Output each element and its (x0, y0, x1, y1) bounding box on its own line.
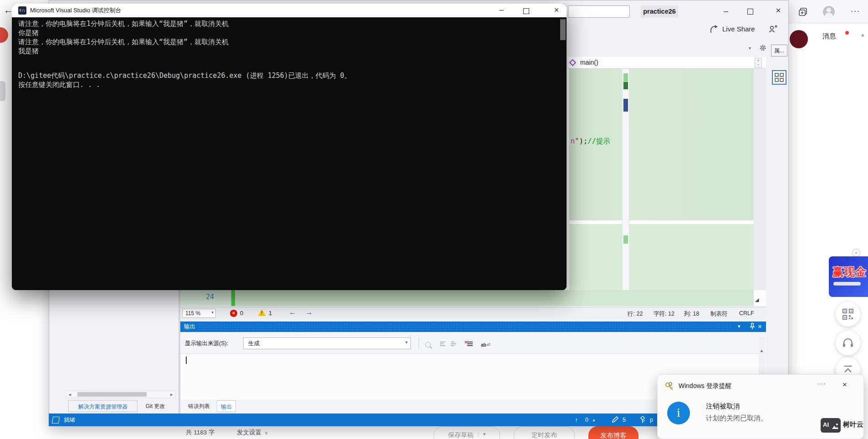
windows-notification[interactable]: Windows 登录提醒 ··· × i 注销被取消 计划的关闭已取消。 AI … (657, 374, 864, 439)
screen: ← ··· 消息 ▲ × 赢现金 (0, 0, 868, 439)
notification-layer: Windows 登录提醒 ··· × i 注销被取消 计划的关闭已取消。 AI … (0, 0, 868, 439)
notification-close-icon[interactable]: × (842, 380, 847, 389)
notification-message: 计划的关闭已取消。 (706, 414, 767, 423)
windows-keys-icon (665, 382, 674, 393)
watermark-brand: 树叶云 (843, 420, 863, 429)
info-icon: i (667, 402, 690, 424)
notification-more-icon[interactable]: ··· (818, 379, 826, 387)
notification-app-name: Windows 登录提醒 (679, 382, 732, 390)
notification-title: 注销被取消 (706, 402, 740, 411)
ai-watermark-icon: AI (821, 418, 841, 433)
